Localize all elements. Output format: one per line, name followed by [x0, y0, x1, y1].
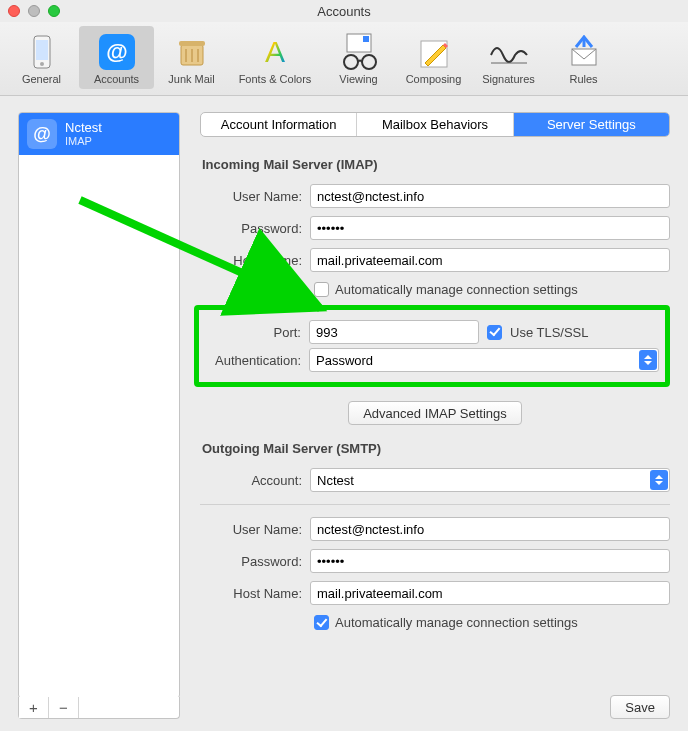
- toolbar-label: Junk Mail: [168, 73, 214, 85]
- svg-rect-1: [36, 40, 48, 60]
- incoming-tls-checkbox[interactable]: [487, 325, 502, 340]
- outgoing-auto-manage-checkbox[interactable]: [314, 615, 329, 630]
- divider: [200, 504, 670, 505]
- outgoing-hostname-label: Host Name:: [200, 586, 310, 601]
- outgoing-auto-manage-label: Automatically manage connection settings: [335, 615, 578, 630]
- incoming-username-label: User Name:: [200, 189, 310, 204]
- outgoing-password-label: Password:: [200, 554, 310, 569]
- list-spacer: [79, 697, 109, 718]
- viewing-icon: [337, 30, 381, 73]
- incoming-hostname-input[interactable]: [310, 248, 670, 272]
- svg-rect-12: [363, 36, 369, 42]
- incoming-password-input[interactable]: [310, 216, 670, 240]
- toolbar-rules[interactable]: Rules: [546, 26, 621, 89]
- incoming-port-label: Port:: [205, 325, 309, 340]
- outgoing-hostname-input[interactable]: [310, 581, 670, 605]
- svg-text:@: @: [106, 39, 127, 64]
- tab-account-information[interactable]: Account Information: [201, 113, 356, 136]
- rules-icon: [566, 30, 602, 73]
- svg-point-14: [362, 55, 376, 69]
- window-title: Accounts: [0, 4, 688, 19]
- toolbar-label: General: [22, 73, 61, 85]
- incoming-tls-label: Use TLS/SSL: [510, 325, 589, 340]
- account-item-nctest[interactable]: @ Nctest IMAP: [19, 113, 179, 155]
- toolbar-fonts-colors[interactable]: A Fonts & Colors: [229, 26, 321, 89]
- preferences-toolbar: General @ Accounts Junk Mail A Fonts & C…: [0, 22, 688, 96]
- at-sign-icon: @: [27, 119, 57, 149]
- at-sign-icon: @: [99, 30, 135, 73]
- svg-point-13: [344, 55, 358, 69]
- accounts-sidebar: @ Nctest IMAP + −: [18, 112, 180, 719]
- pencil-icon: [417, 30, 451, 73]
- incoming-auto-manage-label: Automatically manage connection settings: [335, 282, 578, 297]
- accounts-list[interactable]: @ Nctest IMAP: [18, 112, 180, 699]
- settings-panel: Account Information Mailbox Behaviors Se…: [200, 112, 670, 719]
- trash-icon: [175, 30, 209, 73]
- account-protocol: IMAP: [65, 135, 102, 147]
- incoming-password-label: Password:: [200, 221, 310, 236]
- incoming-hostname-label: Host Name:: [200, 253, 310, 268]
- remove-account-button[interactable]: −: [49, 697, 79, 718]
- toolbar-signatures[interactable]: Signatures: [471, 26, 546, 89]
- toolbar-junk-mail[interactable]: Junk Mail: [154, 26, 229, 89]
- outgoing-account-select[interactable]: Nctest: [310, 468, 670, 492]
- fonts-colors-icon: A: [257, 30, 293, 73]
- save-button[interactable]: Save: [610, 695, 670, 719]
- incoming-section-title: Incoming Mail Server (IMAP): [202, 157, 670, 172]
- highlighted-settings-box: Port: Use TLS/SSL Authentication: Passwo…: [194, 305, 670, 387]
- toolbar-label: Composing: [406, 73, 462, 85]
- add-account-button[interactable]: +: [19, 697, 49, 718]
- outgoing-username-input[interactable]: [310, 517, 670, 541]
- settings-tabs: Account Information Mailbox Behaviors Se…: [200, 112, 670, 137]
- svg-point-2: [40, 62, 44, 66]
- toolbar-label: Signatures: [482, 73, 535, 85]
- phone-icon: [31, 30, 53, 73]
- outgoing-password-input[interactable]: [310, 549, 670, 573]
- outgoing-username-label: User Name:: [200, 522, 310, 537]
- toolbar-label: Viewing: [339, 73, 377, 85]
- incoming-auth-label: Authentication:: [205, 353, 309, 368]
- account-name: Nctest: [65, 121, 102, 135]
- signature-icon: [487, 30, 531, 73]
- toolbar-label: Fonts & Colors: [239, 73, 312, 85]
- accounts-list-footer: + −: [18, 697, 180, 719]
- tab-mailbox-behaviors[interactable]: Mailbox Behaviors: [356, 113, 512, 136]
- incoming-port-input[interactable]: [309, 320, 479, 344]
- incoming-username-input[interactable]: [310, 184, 670, 208]
- toolbar-label: Accounts: [94, 73, 139, 85]
- toolbar-general[interactable]: General: [4, 26, 79, 89]
- incoming-auto-manage-checkbox[interactable]: [314, 282, 329, 297]
- toolbar-accounts[interactable]: @ Accounts: [79, 26, 154, 89]
- toolbar-viewing[interactable]: Viewing: [321, 26, 396, 89]
- advanced-imap-settings-button[interactable]: Advanced IMAP Settings: [348, 401, 522, 425]
- outgoing-section-title: Outgoing Mail Server (SMTP): [202, 441, 670, 456]
- tab-server-settings[interactable]: Server Settings: [513, 113, 669, 136]
- toolbar-composing[interactable]: Composing: [396, 26, 471, 89]
- outgoing-account-label: Account:: [200, 473, 310, 488]
- incoming-auth-select[interactable]: Password: [309, 348, 659, 372]
- toolbar-label: Rules: [569, 73, 597, 85]
- titlebar: Accounts: [0, 0, 688, 22]
- svg-text:A: A: [265, 35, 285, 68]
- svg-rect-6: [179, 41, 205, 46]
